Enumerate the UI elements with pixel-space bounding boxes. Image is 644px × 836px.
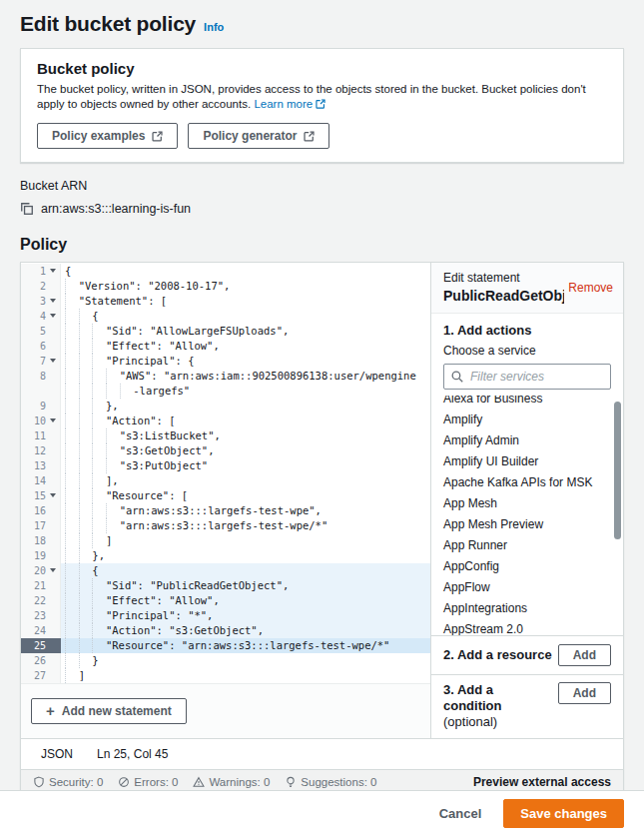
- code-text[interactable]: ]: [61, 668, 430, 683]
- code-text[interactable]: "arn:aws:s3:::largefs-test-wpe/*": [61, 518, 430, 533]
- code-line[interactable]: 25 "Resource": "arn:aws:s3:::largefs-tes…: [21, 638, 430, 653]
- code-line[interactable]: 21 "Sid": "PublicReadGetObject",: [21, 578, 430, 593]
- code-line[interactable]: 5 "Sid": "AllowLargeFSUploads",: [21, 324, 430, 339]
- policy-examples-button[interactable]: Policy examples: [37, 123, 178, 149]
- code-text[interactable]: "Effect": "Allow",: [61, 593, 430, 608]
- code-line[interactable]: 27 ]: [21, 668, 430, 683]
- code-text[interactable]: {: [61, 309, 430, 324]
- code-line[interactable]: 24 "Action": "s3:GetObject",: [21, 623, 430, 638]
- security-count[interactable]: Security: 0: [33, 776, 103, 788]
- code-line[interactable]: 1{: [21, 264, 430, 279]
- service-item[interactable]: AppStream 2.0: [431, 619, 623, 635]
- code-line[interactable]: -largefs": [21, 384, 430, 399]
- suggestions-count[interactable]: Suggestions: 0: [285, 776, 376, 788]
- service-item[interactable]: AppConfig: [431, 556, 623, 577]
- services-scrollbar[interactable]: [614, 402, 621, 539]
- service-filter-input[interactable]: [443, 364, 611, 390]
- code-line[interactable]: 4 {: [21, 309, 430, 324]
- add-condition-button[interactable]: Add: [558, 682, 611, 704]
- code-line[interactable]: 13 "s3:PutObject": [21, 458, 430, 473]
- code-line[interactable]: 11 "s3:ListBucket",: [21, 428, 430, 443]
- service-item[interactable]: Amplify UI Builder: [431, 451, 623, 472]
- line-gutter: 19: [21, 548, 61, 563]
- remove-statement-button[interactable]: Remove: [568, 281, 613, 295]
- copy-arn-button[interactable]: [20, 202, 34, 216]
- code-line[interactable]: 2 "Version": "2008-10-17",: [21, 279, 430, 294]
- code-line[interactable]: 6 "Effect": "Allow",: [21, 339, 430, 354]
- code-text[interactable]: "Resource": "arn:aws:s3:::largefs-test-w…: [61, 638, 430, 653]
- errors-count[interactable]: Errors: 0: [118, 776, 178, 788]
- code-line[interactable]: 8 "AWS": "arn:aws:iam::902500896138:user…: [21, 369, 430, 384]
- preview-external-access-link[interactable]: Preview external access: [473, 775, 611, 789]
- warnings-count[interactable]: Warnings: 0: [193, 776, 270, 788]
- code-text[interactable]: },: [61, 548, 430, 563]
- code-text[interactable]: }: [61, 653, 430, 668]
- code-text[interactable]: "s3:ListBucket",: [61, 428, 430, 443]
- code-text[interactable]: "Sid": "PublicReadGetObject",: [61, 578, 430, 593]
- code-text[interactable]: "Effect": "Allow",: [61, 339, 430, 354]
- line-gutter: 11: [21, 428, 61, 443]
- code-text[interactable]: "AWS": "arn:aws:iam::902500896138:user/w…: [61, 369, 430, 384]
- code-line[interactable]: 12 "s3:GetObject",: [21, 443, 430, 458]
- code-line[interactable]: 18 ]: [21, 533, 430, 548]
- code-text[interactable]: {: [61, 563, 430, 578]
- code-line[interactable]: 17 "arn:aws:s3:::largefs-test-wpe/*": [21, 518, 430, 533]
- indent-guide: [65, 668, 79, 683]
- code-text[interactable]: {: [61, 264, 430, 279]
- indent-guide: [79, 354, 93, 369]
- code-text[interactable]: "Version": "2008-10-17",: [61, 279, 430, 294]
- service-item[interactable]: Apache Kafka APIs for MSK: [431, 472, 623, 493]
- code-text[interactable]: "arn:aws:s3:::largefs-test-wpe",: [61, 503, 430, 518]
- code-line[interactable]: 10 "Action": [: [21, 414, 430, 428]
- code-line[interactable]: 20 {: [21, 563, 430, 578]
- fold-arrow-icon[interactable]: [49, 309, 60, 324]
- fold-arrow-icon[interactable]: [49, 563, 60, 578]
- code-text[interactable]: "Principal": {: [61, 354, 430, 369]
- code-line[interactable]: 19 },: [21, 548, 430, 563]
- code-line[interactable]: 23 "Principal": "*",: [21, 608, 430, 623]
- code-text[interactable]: -largefs": [61, 384, 430, 399]
- code-line[interactable]: 15 "Resource": [: [21, 488, 430, 503]
- service-item[interactable]: AppFlow: [431, 577, 623, 598]
- service-item[interactable]: App Mesh Preview: [431, 514, 623, 535]
- code-lines[interactable]: 1{2 "Version": "2008-10-17",3 "Statement…: [21, 263, 430, 683]
- code-text[interactable]: "s3:GetObject",: [61, 443, 430, 458]
- service-item[interactable]: AppIntegrations: [431, 598, 623, 619]
- service-item[interactable]: Amplify: [431, 410, 623, 430]
- fold-arrow-icon[interactable]: [49, 488, 60, 503]
- cancel-button[interactable]: Cancel: [431, 800, 490, 827]
- fold-arrow-icon[interactable]: [49, 414, 60, 428]
- add-new-statement-button[interactable]: + Add new statement: [31, 698, 187, 724]
- fold-arrow-icon[interactable]: [49, 354, 60, 369]
- fold-arrow-icon[interactable]: [49, 264, 60, 279]
- code-text[interactable]: ]: [61, 533, 430, 548]
- code-text[interactable]: "Sid": "AllowLargeFSUploads",: [61, 324, 430, 339]
- indent-guide: [79, 414, 93, 428]
- save-changes-button[interactable]: Save changes: [503, 799, 624, 828]
- code-line[interactable]: 22 "Effect": "Allow",: [21, 593, 430, 608]
- code-line[interactable]: 26 }: [21, 653, 430, 668]
- code-line[interactable]: 3 "Statement": [: [21, 294, 430, 309]
- info-link[interactable]: Info: [204, 21, 224, 33]
- code-text[interactable]: "s3:PutObject": [61, 458, 430, 473]
- service-item[interactable]: Amplify Admin: [431, 430, 623, 451]
- policy-generator-button[interactable]: Policy generator: [188, 123, 329, 149]
- code-text[interactable]: ],: [61, 473, 430, 488]
- line-gutter: 13: [21, 458, 61, 473]
- code-line[interactable]: 9 },: [21, 399, 430, 414]
- fold-arrow-icon[interactable]: [49, 294, 60, 309]
- code-text[interactable]: "Statement": [: [61, 294, 430, 309]
- learn-more-link[interactable]: Learn more: [254, 98, 325, 110]
- code-line[interactable]: 16 "arn:aws:s3:::largefs-test-wpe",: [21, 503, 430, 518]
- code-text[interactable]: },: [61, 399, 430, 414]
- service-item[interactable]: App Mesh: [431, 493, 623, 514]
- service-item[interactable]: Alexa for Business: [431, 396, 623, 410]
- code-text[interactable]: "Action": [: [61, 414, 430, 428]
- code-line[interactable]: 7 "Principal": {: [21, 354, 430, 369]
- code-line[interactable]: 14 ],: [21, 473, 430, 488]
- code-text[interactable]: "Resource": [: [61, 488, 430, 503]
- code-text[interactable]: "Principal": "*",: [61, 608, 430, 623]
- add-resource-button[interactable]: Add: [558, 644, 611, 666]
- code-text[interactable]: "Action": "s3:GetObject",: [61, 623, 430, 638]
- service-item[interactable]: App Runner: [431, 535, 623, 556]
